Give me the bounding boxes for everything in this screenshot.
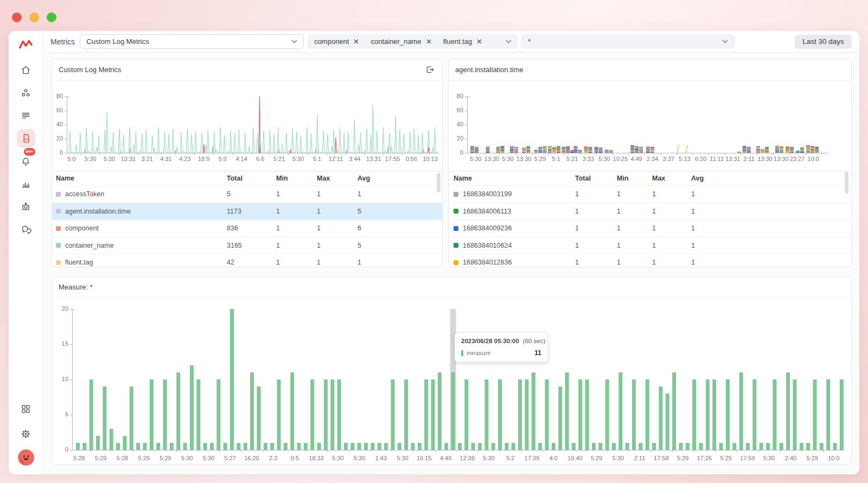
- sidebar-item-dashboards[interactable]: [17, 175, 35, 193]
- notification-badge: 99+: [24, 148, 36, 156]
- middleware-logo-icon[interactable]: [18, 37, 34, 51]
- series-color-swatch: [461, 350, 463, 356]
- settings-gear-icon: [20, 428, 31, 440]
- panel-custom-log-metrics: Custom Log Metrics Name Total Min Max Av…: [52, 59, 443, 267]
- apps-grid-icon: [20, 403, 31, 415]
- content: Custom Log Metrics Name Total Min Max Av…: [43, 53, 859, 474]
- close-button[interactable]: [12, 12, 22, 22]
- filter-tag[interactable]: component: [314, 37, 359, 46]
- remove-tag-icon[interactable]: [477, 39, 482, 44]
- minimize-button[interactable]: [29, 12, 39, 22]
- logs-icon: [20, 110, 31, 121]
- table-row[interactable]: container_name3165115: [52, 237, 442, 254]
- table-row[interactable]: agent.installation.time1173115: [52, 203, 442, 220]
- avatar-face-icon: [18, 449, 34, 466]
- table-row[interactable]: component836116: [52, 220, 442, 237]
- sidebar: 99+: [9, 31, 43, 474]
- panel-title: Custom Log Metrics: [59, 66, 122, 74]
- metric-name-cell: agent.installation.time: [56, 208, 227, 215]
- table-row[interactable]: 16863840092361111: [449, 220, 851, 237]
- table-header: Name Total Min Max Avg: [449, 171, 851, 185]
- filter-tag[interactable]: container_name: [371, 37, 431, 46]
- metric-name-cell: 1686384009236: [454, 224, 575, 232]
- panel-header: agent.installation.time: [449, 59, 851, 81]
- series-color-swatch: [454, 192, 458, 197]
- metric-select[interactable]: Custom Log Metrics: [80, 34, 304, 49]
- tooltip-duration: (60 sec): [523, 338, 546, 344]
- robot-icon: [20, 201, 31, 212]
- metric-select-value: Custom Log Metrics: [86, 37, 149, 46]
- table-row[interactable]: 16863840106241111: [449, 237, 851, 254]
- measure-select[interactable]: *: [521, 34, 735, 49]
- panel-title: Measure: *: [59, 283, 93, 291]
- agent-installation-time-chart[interactable]: [449, 81, 851, 171]
- metric-name-cell: fluent.tag: [56, 259, 227, 266]
- sidebar-item-home[interactable]: [17, 61, 35, 79]
- tooltip-value: 11: [534, 349, 541, 357]
- metric-name-cell: 1686384012836: [454, 259, 575, 266]
- chart-tooltip: 2023/06/28 05:30:00 (60 sec) measure 11: [455, 332, 548, 362]
- sidebar-item-infrastructure[interactable]: [17, 83, 35, 102]
- custom-log-metrics-chart[interactable]: [52, 81, 442, 171]
- chevron-down-icon: [722, 40, 728, 43]
- sidebar-item-apps[interactable]: [17, 400, 35, 418]
- series-color-swatch: [454, 260, 458, 265]
- panel-header: Custom Log Metrics: [52, 59, 442, 81]
- filter-tags-select[interactable]: component container_name fluent.tag: [308, 34, 518, 49]
- scrollbar-thumb[interactable]: [437, 173, 441, 192]
- document-icon: [21, 133, 31, 144]
- metric-name-cell: 1686384003199: [454, 190, 575, 198]
- table-row[interactable]: accessToken5111: [52, 185, 442, 203]
- export-icon[interactable]: [425, 65, 435, 74]
- time-range-button[interactable]: Last 30 days: [795, 35, 852, 49]
- sidebar-item-assistant[interactable]: [17, 197, 35, 216]
- zoom-button[interactable]: [47, 12, 56, 22]
- topbar: Metrics Custom Log Metrics component con…: [43, 31, 859, 53]
- sidebar-bottom: [17, 400, 35, 474]
- panel-agent-installation-time: agent.installation.time Name Total Min M…: [448, 59, 852, 267]
- sidebar-item-support[interactable]: [17, 220, 35, 239]
- measure-chart[interactable]: [52, 298, 852, 465]
- sidebar-item-logs[interactable]: [17, 106, 35, 125]
- metric-name-cell: container_name: [56, 242, 227, 249]
- metrics-table: Name Total Min Max Avg accessToken5111ag…: [52, 171, 442, 267]
- home-icon: [20, 65, 31, 76]
- tooltip-timestamp: 2023/06/28 05:30:00: [461, 338, 519, 344]
- metric-name-cell: 1686384010624: [454, 242, 575, 249]
- sidebar-nav: 99+: [17, 61, 35, 239]
- sidebar-item-alerts[interactable]: 99+: [17, 152, 35, 170]
- table-header: Name Total Min Max Avg: [52, 171, 442, 185]
- panel-measure: Measure: * 2023/06/28 05:30:00 (60 sec) …: [52, 276, 852, 465]
- sidebar-item-settings[interactable]: [17, 424, 35, 443]
- scrollbar-thumb[interactable]: [845, 172, 848, 194]
- series-color-swatch: [56, 226, 61, 231]
- series-color-swatch: [454, 243, 458, 248]
- bell-icon: [20, 156, 31, 167]
- series-color-swatch: [454, 209, 458, 214]
- window-controls: [12, 12, 56, 22]
- main-area: Metrics Custom Log Metrics component con…: [43, 31, 859, 474]
- bar-chart-icon: [20, 178, 31, 190]
- metrics-table: Name Total Min Max Avg 16863840031991111…: [449, 171, 851, 267]
- metric-name-cell: component: [56, 224, 227, 232]
- panel-title: agent.installation.time: [455, 66, 524, 74]
- page-title: Metrics: [50, 37, 75, 46]
- table-row[interactable]: 16863840061131111: [449, 203, 851, 220]
- metric-name-cell: accessToken: [56, 190, 227, 198]
- series-color-swatch: [56, 192, 61, 197]
- chat-bubbles-icon: [20, 224, 31, 235]
- filter-tag[interactable]: fluent.tag: [443, 37, 482, 46]
- remove-tag-icon[interactable]: [354, 39, 359, 44]
- metric-name-cell: 1686384006113: [454, 208, 575, 215]
- sidebar-item-reports[interactable]: [17, 129, 35, 147]
- series-color-swatch: [454, 226, 458, 231]
- series-color-swatch: [56, 260, 61, 265]
- remove-tag-icon[interactable]: [426, 39, 431, 44]
- series-color-swatch: [56, 243, 61, 248]
- chevron-down-icon: [291, 40, 297, 43]
- table-row[interactable]: fluent.tag42111: [52, 254, 442, 267]
- table-row[interactable]: 16863840128361111: [449, 254, 851, 267]
- measure-select-value: *: [528, 37, 531, 46]
- user-avatar[interactable]: [18, 449, 34, 466]
- table-row[interactable]: 16863840031991111: [449, 185, 851, 203]
